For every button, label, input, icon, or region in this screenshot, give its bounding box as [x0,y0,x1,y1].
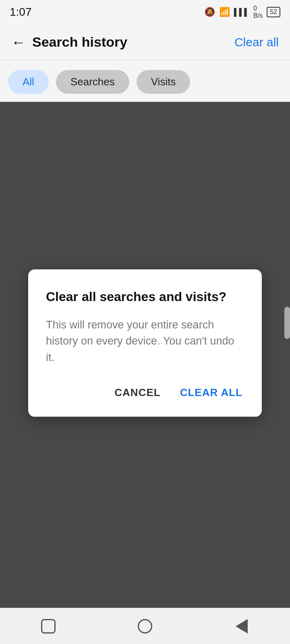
page-title: Search history [32,34,127,50]
nav-recents-button[interactable] [36,614,60,638]
dialog-actions: CANCEL CLEAR ALL [46,383,244,402]
back-icon [236,619,248,634]
recents-icon [41,619,56,634]
wifi-icon: 📶 [219,7,230,17]
status-bar: 1:07 🔕 📶 ▌▌▌ 0B/s 52 [0,0,290,24]
data-speed: 0B/s [253,5,263,19]
toolbar-left: ← Search history [11,34,127,51]
clear-all-confirm-button[interactable]: CLEAR ALL [178,383,244,402]
toolbar: ← Search history Clear all [0,24,290,60]
home-icon [138,619,152,634]
nav-home-button[interactable] [133,614,157,638]
dialog: Clear all searches and visits? This will… [28,269,262,417]
back-button[interactable]: ← [11,34,26,51]
tab-searches[interactable]: Searches [56,70,129,94]
status-icons: 🔕 📶 ▌▌▌ 0B/s 52 [204,5,280,19]
nav-back-button[interactable] [230,614,254,638]
dialog-title: Clear all searches and visits? [46,289,244,305]
bottom-nav [0,608,290,644]
dialog-body: This will remove your entire search hist… [46,317,244,366]
tabs-area: All Searches Visits [0,60,290,102]
tab-all[interactable]: All [8,70,49,94]
signal-icon: ▌▌▌ [234,8,249,17]
battery-indicator: 52 [267,7,280,17]
status-time: 1:07 [10,6,32,19]
tab-visits[interactable]: Visits [137,70,191,94]
cancel-button[interactable]: CANCEL [113,383,162,402]
mute-icon: 🔕 [204,7,215,17]
main-content: Clear all searches and visits? This will… [0,102,290,614]
clear-all-button[interactable]: Clear all [234,35,279,49]
scrollbar[interactable] [284,307,290,339]
